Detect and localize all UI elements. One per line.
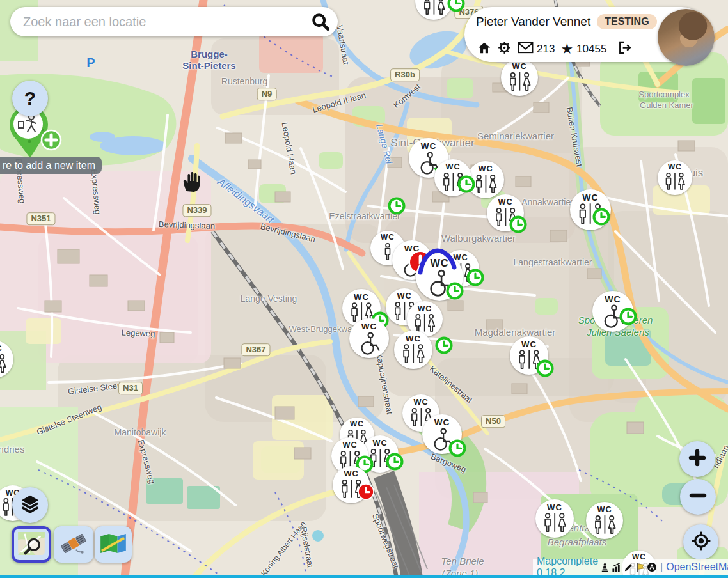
mail-icon[interactable] xyxy=(518,42,534,56)
help-button[interactable]: ? xyxy=(12,81,48,116)
basemap-map-button[interactable] xyxy=(95,526,132,563)
zoom-in-button[interactable] xyxy=(679,441,715,477)
osm-map-icon xyxy=(17,531,45,558)
map-marker-pair[interactable]: WC xyxy=(658,160,692,195)
map-marker-pair[interactable]: WC xyxy=(394,331,432,369)
openstreetmap-link[interactable]: OpenStreetMap xyxy=(666,561,728,573)
attribution-separator: | xyxy=(660,561,663,573)
plus-icon xyxy=(688,448,707,470)
theme-flag-icon[interactable] xyxy=(635,563,645,572)
changesets-count: 10455 xyxy=(576,43,606,56)
layers-button[interactable] xyxy=(12,487,48,523)
marker-wc-label: WC xyxy=(354,293,369,301)
marker-wc-label: WC xyxy=(372,439,387,448)
messages-count: 213 xyxy=(537,43,555,56)
search-bar xyxy=(10,7,338,36)
marker-wc-label: WC xyxy=(445,163,460,171)
marker-wc-label: WC xyxy=(344,470,358,478)
satellite-icon xyxy=(60,530,87,559)
statistics-icon[interactable] xyxy=(612,563,622,572)
marker-wc-label: WC xyxy=(434,418,450,427)
marker-wc-label: WC xyxy=(361,322,377,331)
folded-map-icon xyxy=(100,533,127,557)
opening-hours-badge-icon xyxy=(536,359,554,377)
opening-hours-badge-icon xyxy=(619,308,637,325)
opening-hours-badge-icon xyxy=(447,0,465,12)
license-icon[interactable] xyxy=(647,562,657,572)
wheelchair-icon xyxy=(354,331,384,354)
bottom-accent-bar xyxy=(0,575,728,578)
marker-wc-label: WC xyxy=(413,398,428,407)
marker-wc-label: WC xyxy=(421,142,437,151)
opening-hours-badge-icon xyxy=(457,175,475,193)
statue-icon[interactable] xyxy=(600,563,610,572)
basemap-satellite-button[interactable] xyxy=(54,526,93,563)
opening-hours-badge-icon xyxy=(466,269,484,286)
male-female-icon xyxy=(0,353,8,373)
map-marker-pair[interactable]: WC xyxy=(586,502,623,539)
map-markers-layer: WCWCWCWCWCWCWCWCWCWCWCWCWCWCWCWCWCWCWCWC… xyxy=(0,0,728,578)
hand-cursor-icon xyxy=(182,170,202,197)
male-female-icon xyxy=(662,171,688,191)
minus-icon xyxy=(688,486,708,508)
map-marker-pair[interactable]: WC xyxy=(0,341,13,378)
avatar[interactable] xyxy=(658,9,715,66)
male-female-icon xyxy=(541,512,569,533)
male-female-icon xyxy=(411,313,438,332)
user-name: Pieter Vander Vennet xyxy=(476,15,590,29)
marker-wc-label: WC xyxy=(547,503,562,512)
map-marker-pair[interactable]: WC xyxy=(501,59,538,96)
marker-wc-label: WC xyxy=(582,193,598,202)
testing-badge: TESTING xyxy=(597,14,656,29)
marker-wc-label: WC xyxy=(381,234,395,242)
opening-hours-badge-icon xyxy=(446,282,464,300)
marker-wc-label: WC xyxy=(521,340,537,348)
map-marker-wheelchair[interactable]: WC xyxy=(349,318,389,358)
selected-element-arc xyxy=(417,248,458,277)
attribution-bar: Mapcomplete 0.18.2 | OpenStreetMap xyxy=(533,559,728,575)
map-marker-pair[interactable]: WC xyxy=(535,499,574,538)
marker-wc-label: WC xyxy=(418,305,432,313)
star-icon: ★ xyxy=(560,42,573,56)
marker-wc-label: WC xyxy=(397,292,411,301)
opening-hours-badge-icon xyxy=(386,453,404,471)
male-female-icon xyxy=(420,0,448,15)
closed-clock-badge-icon xyxy=(357,483,375,501)
male-female-icon xyxy=(591,514,619,535)
gear-icon[interactable] xyxy=(497,40,512,58)
marker-wc-label: WC xyxy=(0,345,3,353)
logout-icon[interactable] xyxy=(617,40,632,58)
male-female-icon xyxy=(506,71,534,91)
marker-wc-label: WC xyxy=(668,164,682,171)
opening-hours-badge-icon xyxy=(509,215,527,233)
male-female-icon xyxy=(399,343,427,364)
add-item-tooltip: re to add a new item xyxy=(0,157,102,174)
marker-wc-label: WC xyxy=(342,441,357,449)
layers-icon xyxy=(20,494,40,516)
marker-wc-label: WC xyxy=(498,198,512,207)
zoom-out-button[interactable] xyxy=(680,479,716,515)
marker-wc-label: WC xyxy=(597,506,612,514)
marker-wc-label: WC xyxy=(478,165,493,173)
crosshair-icon xyxy=(691,531,711,554)
search-icon[interactable] xyxy=(311,12,330,31)
edit-pencil-icon[interactable] xyxy=(624,563,633,572)
marker-wc-label: WC xyxy=(350,421,364,428)
opening-hours-badge-icon xyxy=(388,197,406,215)
opening-hours-badge-icon xyxy=(448,439,466,457)
marker-wc-label: WC xyxy=(605,295,621,304)
home-icon[interactable] xyxy=(477,41,491,58)
opening-hours-badge-icon xyxy=(435,336,453,354)
search-input[interactable] xyxy=(22,14,311,30)
marker-wc-label: WC xyxy=(406,334,421,343)
marker-wc-label: WC xyxy=(512,63,526,71)
mapcomplete-app: RustenburgBrugge-Sint-PietersSint-Gillis… xyxy=(0,0,728,578)
male-female-icon xyxy=(472,173,500,194)
opening-hours-badge-icon xyxy=(592,208,610,226)
basemap-osm-button[interactable] xyxy=(12,526,51,563)
geolocate-button[interactable] xyxy=(683,524,718,559)
